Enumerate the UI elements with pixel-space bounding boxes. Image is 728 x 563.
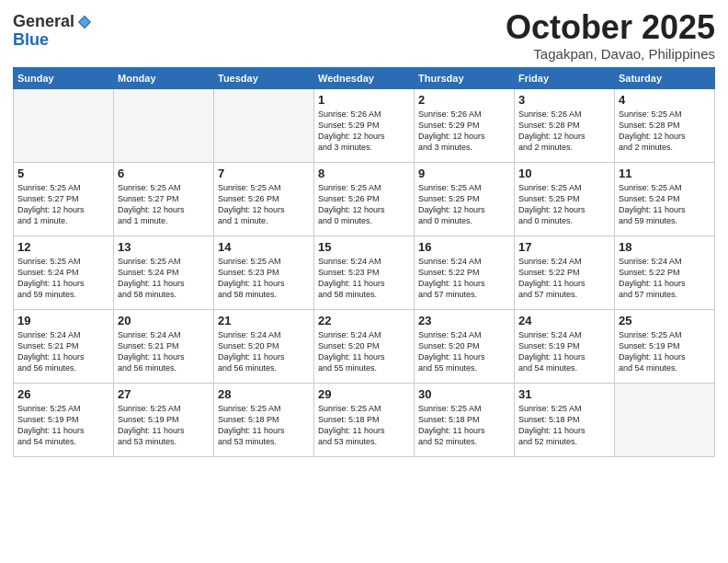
day-number: 5 xyxy=(17,167,109,180)
calendar-cell: 28Sunrise: 5:25 AMSunset: 5:18 PMDayligh… xyxy=(214,383,314,456)
calendar-cell: 5Sunrise: 5:25 AMSunset: 5:27 PMDaylight… xyxy=(14,162,114,236)
day-number: 22 xyxy=(318,314,410,327)
day-number: 1 xyxy=(318,93,410,107)
calendar-cell: 14Sunrise: 5:25 AMSunset: 5:23 PMDayligh… xyxy=(214,236,314,309)
calendar-cell xyxy=(114,88,214,162)
calendar-cell: 18Sunrise: 5:24 AMSunset: 5:22 PMDayligh… xyxy=(615,236,715,309)
day-number: 6 xyxy=(118,167,210,180)
day-number: 18 xyxy=(619,240,711,254)
day-number: 13 xyxy=(118,240,210,254)
calendar-table: SundayMondayTuesdayWednesdayThursdayFrid… xyxy=(13,67,715,457)
cell-info: Sunrise: 5:25 AMSunset: 5:25 PMDaylight:… xyxy=(518,182,610,227)
calendar-cell: 30Sunrise: 5:25 AMSunset: 5:18 PMDayligh… xyxy=(415,383,515,456)
cell-info: Sunrise: 5:24 AMSunset: 5:22 PMDaylight:… xyxy=(418,256,510,301)
calendar-cell: 19Sunrise: 5:24 AMSunset: 5:21 PMDayligh… xyxy=(14,309,114,383)
cell-info: Sunrise: 5:25 AMSunset: 5:18 PMDaylight:… xyxy=(518,403,610,448)
calendar-cell: 1Sunrise: 5:26 AMSunset: 5:29 PMDaylight… xyxy=(314,88,415,162)
cell-info: Sunrise: 5:25 AMSunset: 5:23 PMDaylight:… xyxy=(218,256,310,301)
cell-info: Sunrise: 5:25 AMSunset: 5:18 PMDaylight:… xyxy=(418,403,510,448)
week-row-4: 19Sunrise: 5:24 AMSunset: 5:21 PMDayligh… xyxy=(14,309,715,383)
cell-info: Sunrise: 5:25 AMSunset: 5:26 PMDaylight:… xyxy=(218,182,310,227)
weekday-header-friday: Friday xyxy=(515,67,615,88)
day-number: 24 xyxy=(518,314,610,327)
weekday-header-tuesday: Tuesday xyxy=(214,67,314,88)
day-number: 20 xyxy=(118,314,210,327)
weekday-header-sunday: Sunday xyxy=(14,67,114,88)
day-number: 21 xyxy=(218,314,310,327)
calendar-cell: 13Sunrise: 5:25 AMSunset: 5:24 PMDayligh… xyxy=(114,236,214,309)
day-number: 31 xyxy=(518,387,610,401)
calendar-cell: 31Sunrise: 5:25 AMSunset: 5:18 PMDayligh… xyxy=(515,383,615,456)
calendar-cell: 3Sunrise: 5:26 AMSunset: 5:28 PMDaylight… xyxy=(515,88,615,162)
day-number: 30 xyxy=(418,387,510,401)
cell-info: Sunrise: 5:25 AMSunset: 5:24 PMDaylight:… xyxy=(17,256,109,301)
cell-info: Sunrise: 5:25 AMSunset: 5:25 PMDaylight:… xyxy=(418,182,510,227)
calendar-cell: 11Sunrise: 5:25 AMSunset: 5:24 PMDayligh… xyxy=(615,162,715,236)
day-number: 25 xyxy=(619,314,711,327)
day-number: 9 xyxy=(418,167,510,180)
day-number: 19 xyxy=(17,314,109,327)
title-block: October 2025 Tagakpan, Davao, Philippine… xyxy=(506,9,715,62)
day-number: 14 xyxy=(218,240,310,254)
day-number: 8 xyxy=(318,167,410,180)
calendar-cell: 23Sunrise: 5:24 AMSunset: 5:20 PMDayligh… xyxy=(415,309,515,383)
calendar-cell: 25Sunrise: 5:25 AMSunset: 5:19 PMDayligh… xyxy=(615,309,715,383)
cell-info: Sunrise: 5:26 AMSunset: 5:28 PMDaylight:… xyxy=(518,109,610,154)
logo-blue-text: Blue xyxy=(13,31,93,50)
calendar-cell: 21Sunrise: 5:24 AMSunset: 5:20 PMDayligh… xyxy=(214,309,314,383)
calendar-cell: 2Sunrise: 5:26 AMSunset: 5:29 PMDaylight… xyxy=(415,88,515,162)
day-number: 10 xyxy=(518,167,610,180)
cell-info: Sunrise: 5:25 AMSunset: 5:26 PMDaylight:… xyxy=(318,182,410,227)
cell-info: Sunrise: 5:24 AMSunset: 5:23 PMDaylight:… xyxy=(318,256,410,301)
logo-general-text: General xyxy=(13,13,74,31)
calendar-cell: 6Sunrise: 5:25 AMSunset: 5:27 PMDaylight… xyxy=(114,162,214,236)
cell-info: Sunrise: 5:24 AMSunset: 5:20 PMDaylight:… xyxy=(318,329,410,374)
day-number: 17 xyxy=(518,240,610,254)
cell-info: Sunrise: 5:25 AMSunset: 5:18 PMDaylight:… xyxy=(218,403,310,448)
cell-info: Sunrise: 5:24 AMSunset: 5:20 PMDaylight:… xyxy=(418,329,510,374)
calendar-cell: 7Sunrise: 5:25 AMSunset: 5:26 PMDaylight… xyxy=(214,162,314,236)
day-number: 26 xyxy=(17,387,109,401)
weekday-header-monday: Monday xyxy=(114,67,214,88)
header: General Blue October 2025 Tagakpan, Dava… xyxy=(13,9,715,62)
calendar-page: General Blue October 2025 Tagakpan, Dava… xyxy=(0,0,728,563)
calendar-cell: 10Sunrise: 5:25 AMSunset: 5:25 PMDayligh… xyxy=(515,162,615,236)
week-row-3: 12Sunrise: 5:25 AMSunset: 5:24 PMDayligh… xyxy=(14,236,715,309)
weekday-header-row: SundayMondayTuesdayWednesdayThursdayFrid… xyxy=(14,67,715,88)
cell-info: Sunrise: 5:26 AMSunset: 5:29 PMDaylight:… xyxy=(418,109,510,154)
calendar-cell: 24Sunrise: 5:24 AMSunset: 5:19 PMDayligh… xyxy=(515,309,615,383)
cell-info: Sunrise: 5:25 AMSunset: 5:19 PMDaylight:… xyxy=(619,329,711,374)
day-number: 23 xyxy=(418,314,510,327)
weekday-header-wednesday: Wednesday xyxy=(314,67,415,88)
week-row-5: 26Sunrise: 5:25 AMSunset: 5:19 PMDayligh… xyxy=(14,383,715,456)
calendar-cell: 4Sunrise: 5:25 AMSunset: 5:28 PMDaylight… xyxy=(615,88,715,162)
cell-info: Sunrise: 5:25 AMSunset: 5:19 PMDaylight:… xyxy=(17,403,109,448)
day-number: 16 xyxy=(418,240,510,254)
cell-info: Sunrise: 5:24 AMSunset: 5:21 PMDaylight:… xyxy=(17,329,109,374)
day-number: 7 xyxy=(218,167,310,180)
calendar-cell: 20Sunrise: 5:24 AMSunset: 5:21 PMDayligh… xyxy=(114,309,214,383)
cell-info: Sunrise: 5:25 AMSunset: 5:19 PMDaylight:… xyxy=(118,403,210,448)
calendar-cell: 29Sunrise: 5:25 AMSunset: 5:18 PMDayligh… xyxy=(314,383,415,456)
svg-marker-1 xyxy=(80,17,90,27)
weekday-header-saturday: Saturday xyxy=(615,67,715,88)
day-number: 15 xyxy=(318,240,410,254)
day-number: 2 xyxy=(418,93,510,107)
calendar-cell: 17Sunrise: 5:24 AMSunset: 5:22 PMDayligh… xyxy=(515,236,615,309)
week-row-2: 5Sunrise: 5:25 AMSunset: 5:27 PMDaylight… xyxy=(14,162,715,236)
day-number: 29 xyxy=(318,387,410,401)
day-number: 11 xyxy=(619,167,711,180)
cell-info: Sunrise: 5:25 AMSunset: 5:28 PMDaylight:… xyxy=(619,109,711,154)
cell-info: Sunrise: 5:25 AMSunset: 5:27 PMDaylight:… xyxy=(118,182,210,227)
calendar-cell: 15Sunrise: 5:24 AMSunset: 5:23 PMDayligh… xyxy=(314,236,415,309)
calendar-cell: 8Sunrise: 5:25 AMSunset: 5:26 PMDaylight… xyxy=(314,162,415,236)
calendar-cell xyxy=(615,383,715,456)
cell-info: Sunrise: 5:25 AMSunset: 5:27 PMDaylight:… xyxy=(17,182,109,227)
logo-icon xyxy=(76,14,93,30)
day-number: 27 xyxy=(118,387,210,401)
calendar-cell: 16Sunrise: 5:24 AMSunset: 5:22 PMDayligh… xyxy=(415,236,515,309)
calendar-cell: 12Sunrise: 5:25 AMSunset: 5:24 PMDayligh… xyxy=(14,236,114,309)
day-number: 12 xyxy=(17,240,109,254)
cell-info: Sunrise: 5:25 AMSunset: 5:18 PMDaylight:… xyxy=(318,403,410,448)
cell-info: Sunrise: 5:25 AMSunset: 5:24 PMDaylight:… xyxy=(619,182,711,227)
